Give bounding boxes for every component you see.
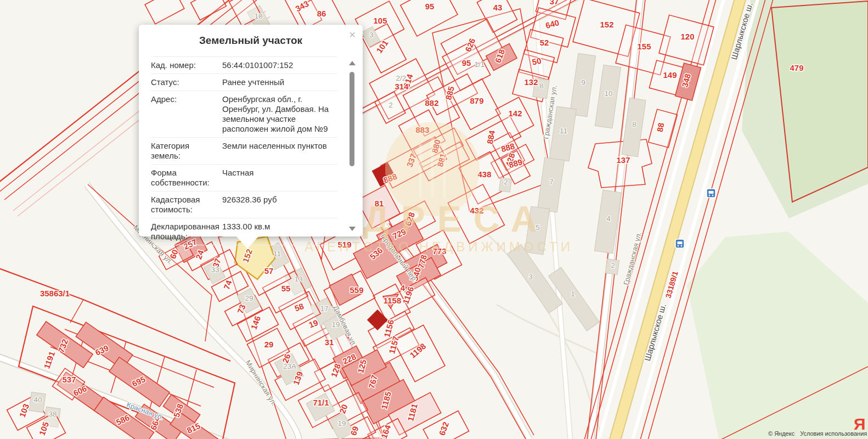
popup-row-value: Частная — [222, 168, 253, 188]
popup-row: Адрес:Оренбургская обл., г. Оренбург, ул… — [151, 91, 337, 138]
parcel-label[interactable]: 40 — [33, 396, 42, 404]
parcel-label[interactable]: 479 — [790, 63, 803, 72]
popup-row: Кадастровая стоимость:926328.36 руб — [151, 192, 337, 218]
parcel-label[interactable]: 137 — [616, 155, 630, 165]
parcel-label[interactable]: 57 — [264, 266, 274, 275]
parcel-label[interactable]: 95 — [425, 2, 435, 11]
parcel-label[interactable]: 35863/1 — [40, 289, 70, 298]
parcel-label[interactable]: 10 — [604, 89, 612, 98]
parcel-label[interactable]: 2 — [388, 101, 393, 109]
parcel-label[interactable]: 9 — [581, 78, 585, 87]
bus-stop-icon[interactable] — [707, 189, 715, 198]
parcel-label[interactable]: 1158 — [384, 296, 402, 305]
parcel-label[interactable]: 86 — [317, 9, 326, 18]
parcel-label[interactable]: 52 — [540, 38, 549, 47]
copyright-text: © Яндекс — [768, 430, 794, 437]
parcel-label[interactable]: 3 — [528, 273, 533, 281]
popup-row: Категория земель:Земли населенных пункто… — [151, 138, 337, 165]
map-canvas[interactable]: 34386101051013954337640626618951/1525013… — [0, 0, 868, 439]
popup-rows: Кад. номер:56:44:0101007:152Статус:Ранее… — [151, 57, 337, 245]
parcel-label[interactable]: 29 — [264, 340, 274, 349]
scrollbar-thumb[interactable] — [350, 72, 354, 166]
parcel-label[interactable]: 2 — [611, 261, 615, 269]
parcel-label[interactable]: 4 — [606, 215, 611, 223]
parcel-label[interactable]: 17 — [320, 305, 328, 313]
popup-row-value: Ранее учтенный — [222, 77, 284, 87]
parcel-label[interactable]: 29 — [245, 294, 253, 302]
popup-row-label: Адрес: — [151, 94, 219, 134]
parcel-label[interactable]: 11 — [273, 250, 281, 258]
popup-pointer-tail — [236, 237, 258, 249]
popup-row-label: Кадастровая стоимость: — [151, 195, 219, 215]
parcel-label[interactable]: 7 — [549, 178, 554, 186]
terms-link[interactable]: Условия использования — [800, 430, 867, 437]
parcel-label[interactable]: 88 — [655, 122, 666, 132]
parcel-label[interactable]: 23А — [283, 362, 296, 370]
parcel-label[interactable]: 132 — [524, 77, 538, 87]
popup-row: Форма собственности:Частная — [151, 165, 337, 192]
parcel-label[interactable]: 43 — [493, 3, 503, 12]
parcel-label[interactable]: 33 — [211, 266, 219, 274]
popup-row-label: Статус: — [151, 77, 219, 87]
parcel-label[interactable]: 19 — [337, 419, 346, 427]
parcel-label[interactable]: 120 — [680, 32, 694, 41]
popup-row-label: Категория земель: — [151, 141, 219, 161]
parcel-label[interactable]: 10 — [254, 12, 262, 20]
parcel-label[interactable]: 314 — [394, 82, 409, 91]
parcel-label[interactable]: 438 — [477, 170, 491, 179]
popup-row-label: Форма собственности: — [151, 168, 219, 188]
parcel-label[interactable]: 8 — [539, 82, 544, 90]
parcel-label[interactable]: 2 — [504, 178, 508, 186]
popup-row-value: Земли населенных пунктов — [222, 141, 327, 161]
popup-row-value: 926328.36 руб — [222, 195, 277, 215]
parcel-label[interactable]: 537 — [62, 375, 76, 384]
popup-title: Земельный участок — [139, 25, 363, 47]
parcel-info-popup: Земельный участок × Кад. номер:56:44:010… — [139, 25, 363, 237]
parcel-label[interactable]: 1/1 — [475, 60, 485, 69]
parcel-label[interactable]: 882 — [425, 98, 438, 108]
popup-row: Статус:Ранее учтенный — [151, 74, 337, 91]
parcel-label[interactable]: 1 — [571, 290, 575, 298]
popup-row-value: 56:44:0101007:152 — [222, 60, 293, 70]
parcel-label[interactable]: 50 — [531, 56, 542, 67]
parcel-label[interactable]: 95 — [462, 58, 471, 67]
parcel-label[interactable]: 105 — [373, 16, 387, 25]
parcel-label[interactable]: 3 — [369, 31, 374, 39]
bus-stop-icon[interactable] — [675, 239, 684, 248]
parcel-label[interactable]: 4 — [401, 283, 405, 292]
parcel-label[interactable]: 152 — [600, 20, 613, 29]
scroll-down-icon[interactable] — [349, 227, 356, 231]
parcel-label[interactable]: 37 — [550, 0, 559, 6]
watermark-subtitle: АГЕНТСТВО НЕДВИЖИМОСТИ — [305, 239, 573, 254]
popup-scrollbar[interactable] — [348, 61, 356, 231]
parcel-label[interactable]: 71/1 — [313, 398, 329, 407]
scroll-up-icon[interactable] — [349, 61, 356, 65]
popup-row-value: Оренбургская обл., г. Оренбург, ул. Дамб… — [222, 94, 337, 134]
popup-row-label: Декларированная площадь: — [151, 222, 219, 241]
parcel-label[interactable]: 879 — [470, 96, 483, 105]
parcel-label[interactable]: 142 — [508, 109, 522, 118]
popup-row-label: Кад. номер: — [151, 60, 219, 70]
parcel-label[interactable]: 149 — [663, 70, 677, 80]
parcel-label[interactable]: 559 — [350, 285, 363, 295]
parcel-label[interactable]: 11 — [560, 127, 567, 135]
parcel-label[interactable]: 38 — [48, 410, 57, 418]
map-attribution: © ЯндексУсловия использования — [768, 430, 868, 437]
parcel-label[interactable]: 155 — [637, 42, 651, 51]
parcel-label[interactable]: 8 — [632, 120, 636, 128]
parcel-label[interactable]: 13 — [294, 275, 302, 283]
close-icon[interactable]: × — [349, 29, 356, 40]
cadastral-map-app: 34386101051013954337640626618951/1525013… — [0, 0, 868, 439]
popup-row: Кад. номер:56:44:0101007:152 — [151, 57, 337, 74]
parcel-label[interactable]: 31 — [325, 337, 334, 347]
parcel-label[interactable]: 55 — [281, 284, 291, 293]
